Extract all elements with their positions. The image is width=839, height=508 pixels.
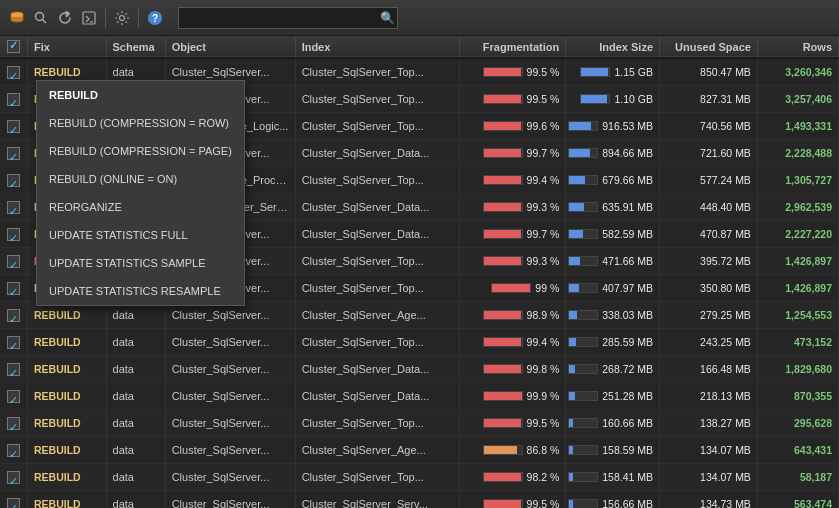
frag-bar xyxy=(483,472,523,482)
row-size-cell: 894.66 MB xyxy=(566,140,660,167)
size-bar xyxy=(568,364,598,374)
size-bar-fill xyxy=(569,149,590,157)
row-checkbox[interactable] xyxy=(7,120,20,133)
size-value: 679.66 MB xyxy=(602,169,653,191)
refresh-icon[interactable] xyxy=(54,7,76,29)
size-bar-fill xyxy=(569,257,580,265)
search-icon[interactable] xyxy=(30,7,52,29)
size-bar-fill xyxy=(569,500,573,508)
header-unused-space[interactable]: Unused Space xyxy=(660,36,758,58)
row-checkbox[interactable] xyxy=(7,201,20,214)
row-object-cell: Cluster_SqlServer... xyxy=(165,329,295,356)
header-index-size[interactable]: Index Size xyxy=(566,36,660,58)
row-fragmentation-cell: 99 % xyxy=(460,275,566,302)
size-bar xyxy=(568,391,598,401)
size-value: 158.59 MB xyxy=(602,439,653,461)
help-icon[interactable]: ? xyxy=(144,7,166,29)
row-rows-cell: 295,628 xyxy=(757,410,838,437)
row-unused-cell: 243.25 MB xyxy=(660,329,758,356)
row-index-cell: Cluster_SqlServer_Data... xyxy=(295,383,460,410)
row-fragmentation-cell: 99.8 % xyxy=(460,356,566,383)
row-fix-cell: REBUILD xyxy=(28,356,107,383)
frag-value: 99.3 % xyxy=(527,250,560,272)
header-checkbox[interactable] xyxy=(0,36,28,58)
dropdown-menu-item[interactable]: REBUILD (COMPRESSION = ROW) xyxy=(37,109,244,137)
database-icon[interactable] xyxy=(6,7,28,29)
rows-value: 2,228,488 xyxy=(785,147,832,159)
frag-value: 99.5 % xyxy=(527,493,560,508)
rows-value: 1,305,727 xyxy=(785,174,832,186)
size-bar-fill xyxy=(569,284,578,292)
row-checkbox[interactable] xyxy=(7,174,20,187)
size-value: 471.66 MB xyxy=(602,250,653,272)
row-checkbox[interactable] xyxy=(7,417,20,430)
row-checkbox[interactable] xyxy=(7,66,20,79)
frag-bar-fill xyxy=(484,473,521,481)
size-bar xyxy=(568,148,598,158)
row-index-cell: Cluster_SqlServer_Serv... xyxy=(295,491,460,509)
frag-bar-fill xyxy=(484,311,522,319)
row-size-cell: 160.66 MB xyxy=(566,410,660,437)
row-checkbox[interactable] xyxy=(7,363,20,376)
dropdown-menu-item[interactable]: REORGANIZE xyxy=(37,193,244,221)
frag-value: 99 % xyxy=(535,277,559,299)
size-bar xyxy=(568,472,598,482)
row-checkbox[interactable] xyxy=(7,93,20,106)
frag-value: 99.4 % xyxy=(527,331,560,353)
frag-bar xyxy=(483,391,523,401)
row-checkbox[interactable] xyxy=(7,498,20,509)
script-icon[interactable] xyxy=(78,7,100,29)
row-fragmentation-cell: 99.7 % xyxy=(460,140,566,167)
row-checkbox[interactable] xyxy=(7,309,20,322)
size-bar xyxy=(568,256,598,266)
dropdown-menu-item[interactable]: UPDATE STATISTICS RESAMPLE xyxy=(37,277,244,305)
row-fragmentation-cell: 98.2 % xyxy=(460,464,566,491)
row-fragmentation-cell: 99.5 % xyxy=(460,58,566,86)
fix-label: REBUILD xyxy=(34,417,81,429)
row-checkbox[interactable] xyxy=(7,255,20,268)
row-schema-cell: data xyxy=(106,437,165,464)
fix-dropdown-menu[interactable]: REBUILDREBUILD (COMPRESSION = ROW)REBUIL… xyxy=(36,80,245,306)
header-object[interactable]: Object xyxy=(165,36,295,58)
settings-icon[interactable] xyxy=(111,7,133,29)
row-index-cell: Cluster_SqlServer_Data... xyxy=(295,194,460,221)
select-all-checkbox[interactable] xyxy=(7,40,20,53)
search-input[interactable] xyxy=(178,7,398,29)
row-checkbox-cell xyxy=(0,113,28,140)
header-index[interactable]: Index xyxy=(295,36,460,58)
rows-value: 58,187 xyxy=(800,471,832,483)
header-schema[interactable]: Schema xyxy=(106,36,165,58)
row-checkbox[interactable] xyxy=(7,471,20,484)
header-fragmentation[interactable]: Fragmentation xyxy=(460,36,566,58)
frag-bar-fill xyxy=(484,500,522,508)
row-fragmentation-cell: 99.6 % xyxy=(460,113,566,140)
size-value: 894.66 MB xyxy=(602,142,653,164)
row-checkbox[interactable] xyxy=(7,444,20,457)
row-rows-cell: 563,474 xyxy=(757,491,838,509)
row-checkbox[interactable] xyxy=(7,336,20,349)
dropdown-menu-item[interactable]: UPDATE STATISTICS SAMPLE xyxy=(37,249,244,277)
row-fragmentation-cell: 99.7 % xyxy=(460,221,566,248)
dropdown-menu-item[interactable]: REBUILD (ONLINE = ON) xyxy=(37,165,244,193)
row-size-cell: 1.10 GB xyxy=(566,86,660,113)
row-size-cell: 916.53 MB xyxy=(566,113,660,140)
header-fix[interactable]: Fix xyxy=(28,36,107,58)
row-index-cell: Cluster_SqlServer_Top... xyxy=(295,464,460,491)
row-unused-cell: 134.07 MB xyxy=(660,464,758,491)
row-checkbox-cell xyxy=(0,356,28,383)
dropdown-menu-item[interactable]: REBUILD (COMPRESSION = PAGE) xyxy=(37,137,244,165)
row-unused-cell: 577.24 MB xyxy=(660,167,758,194)
row-checkbox[interactable] xyxy=(7,228,20,241)
row-unused-cell: 721.60 MB xyxy=(660,140,758,167)
dropdown-menu-item[interactable]: REBUILD xyxy=(37,81,244,109)
row-checkbox[interactable] xyxy=(7,390,20,403)
frag-value: 99.6 % xyxy=(527,115,560,137)
row-checkbox[interactable] xyxy=(7,147,20,160)
fix-label: REBUILD xyxy=(34,336,81,348)
header-rows[interactable]: Rows xyxy=(757,36,838,58)
table-row: REBUILDdataCluster_SqlServer...Cluster_S… xyxy=(0,491,839,509)
size-bar xyxy=(568,121,598,131)
size-value: 285.59 MB xyxy=(602,331,653,353)
dropdown-menu-item[interactable]: UPDATE STATISTICS FULL xyxy=(37,221,244,249)
row-checkbox[interactable] xyxy=(7,282,20,295)
